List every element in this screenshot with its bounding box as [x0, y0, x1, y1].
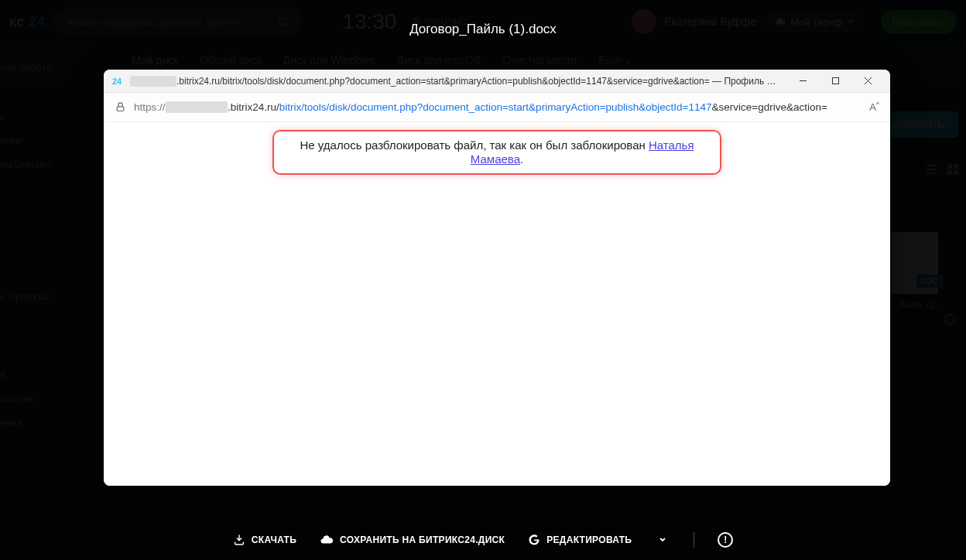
- maximize-icon: [831, 77, 840, 85]
- warning-button[interactable]: !: [718, 532, 733, 548]
- window-title: xxxx.bitrix24.ru/bitrix/tools/disk/docum…: [130, 76, 780, 87]
- edit-button[interactable]: РЕДАКТИРОВАТЬ: [528, 534, 632, 546]
- save-to-disk-button[interactable]: СОХРАНИТЬ НА БИТРИКС24.ДИСК: [320, 533, 505, 547]
- window-controls: [786, 70, 884, 93]
- window-app-icon: 24: [110, 74, 124, 88]
- chevron-down-icon: [659, 536, 666, 544]
- popup-body: Не удалось разблокировать файл, так как …: [104, 122, 890, 486]
- maximize-button[interactable]: [819, 70, 851, 93]
- edit-dropdown[interactable]: [655, 529, 670, 551]
- svg-rect-12: [832, 78, 838, 84]
- minimize-icon: [799, 77, 807, 85]
- reader-mode-icon[interactable]: Aᴬ: [869, 101, 879, 113]
- close-button[interactable]: [851, 70, 884, 93]
- download-icon: [233, 534, 245, 546]
- cloud-save-icon: [320, 533, 334, 547]
- window-titlebar[interactable]: 24 xxxx.bitrix24.ru/bitrix/tools/disk/do…: [104, 70, 890, 93]
- site-info-icon[interactable]: [115, 101, 126, 113]
- minimize-button[interactable]: [786, 70, 819, 93]
- error-message: Не удалось разблокировать файл, так как …: [272, 130, 721, 175]
- svg-rect-15: [117, 107, 124, 111]
- download-button[interactable]: СКАЧАТЬ: [233, 534, 296, 546]
- viewer-toolbar: СКАЧАТЬ СОХРАНИТЬ НА БИТРИКС24.ДИСК РЕДА…: [0, 520, 966, 560]
- close-icon: [864, 77, 872, 85]
- browser-popup: 24 xxxx.bitrix24.ru/bitrix/tools/disk/do…: [104, 70, 890, 486]
- lightbox-file-title: Договор_Пайль (1).docx: [409, 22, 557, 37]
- separator: [694, 532, 694, 548]
- address-bar[interactable]: https://xxxxxx.bitrix24.ru/bitrix/tools/…: [104, 93, 890, 122]
- google-icon: [528, 534, 540, 546]
- url-text: https://xxxxxx.bitrix24.ru/bitrix/tools/…: [134, 101, 862, 113]
